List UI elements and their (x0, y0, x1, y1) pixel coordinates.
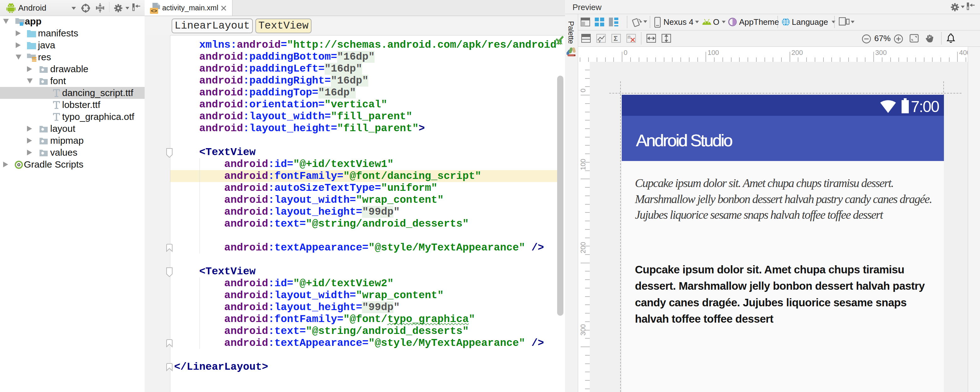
svg-text:Σ: Σ (614, 35, 618, 42)
svg-text:y: y (598, 38, 601, 43)
svg-text:⚖: ⚖ (627, 35, 631, 39)
svg-text:<>: <> (151, 8, 157, 14)
